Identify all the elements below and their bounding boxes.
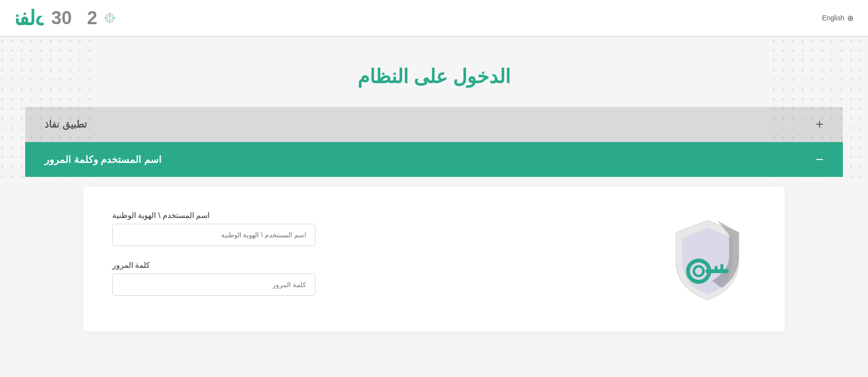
login-form-card: اسم المستخدم \ الهوية الوطنية كلمة المرو… bbox=[83, 187, 785, 332]
credentials-tab-label: اسم المستخدم وكلمة المرور bbox=[45, 154, 162, 165]
globe-icon: ⊕ bbox=[847, 14, 853, 23]
credentials-toggle: − bbox=[816, 153, 823, 166]
header-logos: 2 30 نفاد bbox=[15, 6, 120, 30]
logo-2030-text: 2 30 bbox=[51, 8, 97, 29]
svg-point-4 bbox=[105, 17, 106, 19]
credentials-tab[interactable]: − اسم المستخدم وكلمة المرور bbox=[25, 142, 843, 177]
svg-point-3 bbox=[109, 22, 111, 23]
nafath-tab-label: تطبيق نفاذ bbox=[45, 118, 87, 130]
username-group: اسم المستخدم \ الهوية الوطنية bbox=[112, 211, 630, 246]
main-content: الدخول على النظام + تطبيق نفاذ − اسم الم… bbox=[11, 36, 857, 356]
svg-point-5 bbox=[114, 17, 115, 19]
vision-2030-emblem bbox=[100, 8, 120, 28]
page-title: الدخول على النظام bbox=[25, 65, 843, 87]
nafath-tab[interactable]: + تطبيق نفاذ bbox=[25, 107, 843, 142]
password-input[interactable] bbox=[112, 274, 315, 296]
header: ⊕ English 2 30 نفاد bbox=[0, 0, 868, 36]
svg-point-6 bbox=[106, 14, 107, 15]
password-group: كلمة المرور bbox=[112, 261, 630, 296]
nafath-accordion-section: + تطبيق نفاذ bbox=[25, 107, 843, 142]
logo-2030: 2 30 bbox=[51, 8, 120, 29]
svg-point-9 bbox=[112, 21, 113, 22]
username-label: اسم المستخدم \ الهوية الوطنية bbox=[112, 211, 210, 220]
key-shield-icon bbox=[664, 213, 751, 305]
credentials-accordion-section: − اسم المستخدم وكلمة المرور bbox=[25, 142, 843, 177]
login-illustration bbox=[659, 211, 756, 307]
language-label: English bbox=[822, 14, 844, 22]
svg-point-8 bbox=[106, 21, 107, 22]
login-form-fields: اسم المستخدم \ الهوية الوطنية كلمة المرو… bbox=[112, 211, 630, 296]
nafath-toggle: + bbox=[816, 117, 823, 131]
username-input[interactable] bbox=[112, 224, 315, 246]
logo-nfad: نفاد bbox=[15, 6, 44, 30]
password-label: كلمة المرور bbox=[112, 261, 150, 270]
svg-point-2 bbox=[109, 13, 111, 14]
svg-point-7 bbox=[112, 14, 113, 15]
language-switch[interactable]: ⊕ English bbox=[822, 14, 853, 23]
